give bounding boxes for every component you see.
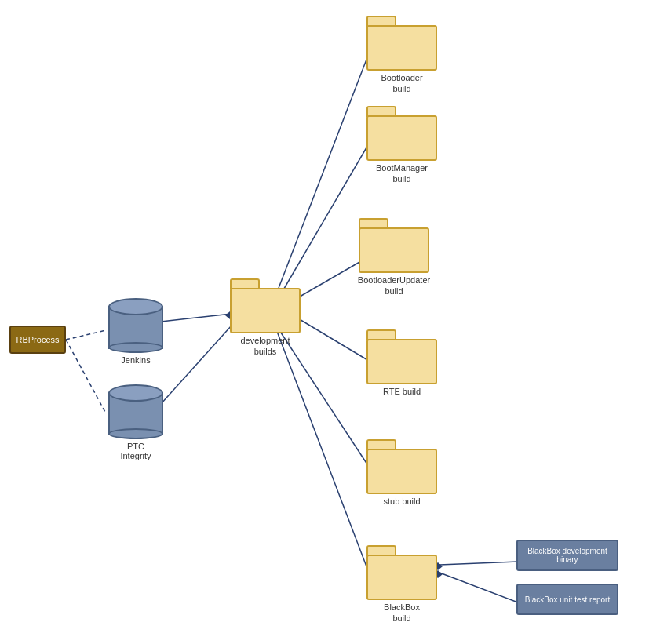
rte-build-node: RTE build [363, 329, 441, 397]
jenkins-cyl-top [108, 298, 163, 315]
bootloader-node: Bootloaderbuild [363, 16, 441, 95]
ptc-cylinder [108, 384, 163, 439]
bb-test-rect: BlackBox unit test report [516, 584, 618, 615]
diagram-container: RBProcess Jenkins PTCIntegrity developme… [0, 0, 660, 644]
bb-binary-rect: BlackBox developmentbinary [516, 540, 618, 571]
rte-folder-icon [366, 329, 437, 384]
svg-line-9 [276, 329, 369, 573]
dev-builds-folder-body [230, 288, 301, 333]
svg-line-10 [439, 562, 518, 565]
jenkins-node: Jenkins [100, 298, 171, 365]
svg-line-11 [439, 573, 518, 602]
jenkins-cyl-bottom [108, 342, 163, 353]
stub-body [366, 449, 437, 494]
bootloader-updater-folder-icon [359, 218, 429, 273]
bootloader-updater-node: BootloaderUpdaterbuild [355, 218, 433, 297]
bb-test-node: BlackBox unit test report [516, 584, 618, 615]
bootloader-label: Bootloaderbuild [363, 72, 441, 95]
rbprocess-label: RBProcess [16, 335, 59, 344]
bootmanager-label: BootManagerbuild [363, 162, 441, 185]
dev-builds-label: developmentbuilds [226, 335, 304, 358]
bootmanager-body [366, 115, 437, 161]
stub-label: stub build [363, 496, 441, 507]
rte-body [366, 339, 437, 384]
ptc-cyl-bottom [108, 428, 163, 439]
dev-builds-folder-icon [230, 278, 301, 333]
dev-builds-node: developmentbuilds [226, 278, 304, 358]
stub-folder-icon [366, 439, 437, 494]
bootloader-updater-label: BootloaderUpdaterbuild [355, 275, 433, 297]
jenkins-label: Jenkins [100, 355, 171, 365]
blackbox-body [366, 555, 437, 600]
blackbox-folder-icon [366, 545, 437, 600]
bootloader-body [366, 25, 437, 71]
blackbox-label: BlackBoxbuild [363, 602, 441, 624]
ptc-node: PTCIntegrity [100, 384, 171, 460]
rbprocess-rect: RBProcess [9, 326, 66, 354]
jenkins-cylinder [108, 298, 163, 353]
rbprocess-node: RBProcess [9, 326, 66, 354]
svg-line-3 [161, 326, 232, 404]
svg-line-2 [161, 314, 232, 322]
bootmanager-folder-icon [366, 106, 437, 161]
rte-label: RTE build [363, 386, 441, 397]
ptc-cyl-top [108, 384, 163, 402]
stub-build-node: stub build [363, 439, 441, 507]
bootloader-updater-body [359, 227, 429, 273]
bb-binary-node: BlackBox developmentbinary [516, 540, 618, 571]
bb-binary-label: BlackBox developmentbinary [527, 547, 607, 564]
bootloader-folder-icon [366, 16, 437, 71]
bootmanager-node: BootManagerbuild [363, 106, 441, 185]
ptc-label: PTCIntegrity [100, 442, 171, 460]
bb-test-label: BlackBox unit test report [525, 595, 610, 604]
blackbox-build-node: BlackBoxbuild [363, 545, 441, 624]
